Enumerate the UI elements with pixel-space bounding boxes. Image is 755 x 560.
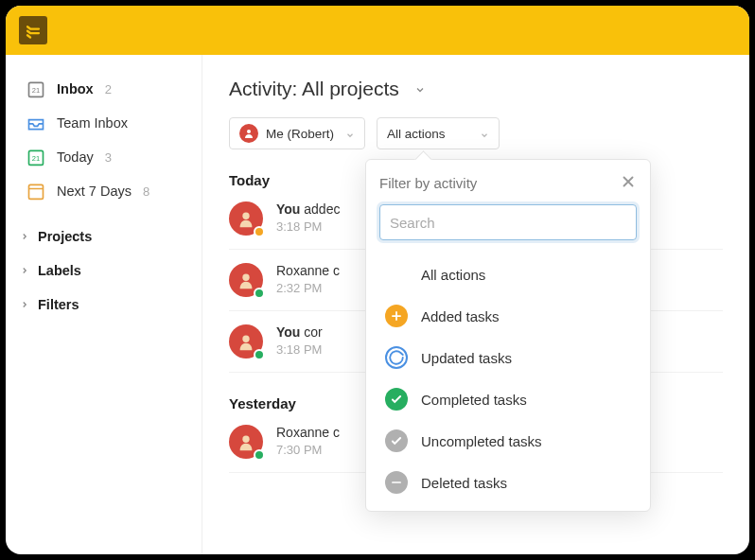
filter-option[interactable]: Deleted tasks xyxy=(379,462,637,503)
filter-option[interactable]: Completed tasks xyxy=(379,378,637,420)
status-badge-icon xyxy=(254,288,265,299)
filter-user-dropdown[interactable]: Me (Robert) xyxy=(229,117,365,149)
activity-text: Roxanne c xyxy=(276,425,340,440)
sidebar-section-labels[interactable]: Labels xyxy=(6,254,202,288)
sidebar-item-count: 3 xyxy=(105,150,112,165)
filter-option-label: All actions xyxy=(421,267,485,283)
filter-option[interactable]: All actions xyxy=(379,254,637,295)
page-title: Activity: All projects xyxy=(229,78,723,100)
activity-time: 2:32 PM xyxy=(276,281,340,295)
sidebar-item-label: Team Inbox xyxy=(57,115,128,131)
activity-time: 7:30 PM xyxy=(276,443,340,457)
inbox-icon: 21 xyxy=(26,79,45,98)
check-icon xyxy=(385,388,408,411)
avatar xyxy=(229,324,263,359)
sidebar-item-today[interactable]: 21 Today 3 xyxy=(6,140,202,174)
plus-icon xyxy=(385,305,408,327)
activity-body: You addec 3:18 PM xyxy=(276,201,340,234)
sidebar: 21 Inbox 2 Team Inbox 21 Today 3 Next 7 … xyxy=(6,55,202,554)
team-inbox-icon xyxy=(26,114,45,132)
avatar xyxy=(229,201,263,236)
filter-option-label: Deleted tasks xyxy=(421,475,507,491)
filter-action-label: All actions xyxy=(387,127,446,141)
filter-option-label: Updated tasks xyxy=(421,350,512,366)
svg-text:21: 21 xyxy=(32,86,40,95)
svg-point-13 xyxy=(242,436,249,443)
close-icon[interactable] xyxy=(620,173,637,193)
filter-user-label: Me (Robert) xyxy=(266,127,334,141)
sidebar-item-label: Inbox xyxy=(57,81,94,96)
activity-body: Roxanne c 7:30 PM xyxy=(276,425,340,457)
chevron-right-icon xyxy=(19,299,30,310)
activity-text: You addec xyxy=(276,201,340,217)
sidebar-item-label: Today xyxy=(57,149,94,165)
chevron-right-icon xyxy=(19,265,30,276)
filter-action-dropdown[interactable]: All actions xyxy=(377,117,500,149)
next7-icon xyxy=(26,182,45,201)
activity-body: Roxanne c 2:32 PM xyxy=(276,263,340,295)
svg-point-9 xyxy=(247,130,251,133)
filter-option-label: Added tasks xyxy=(421,308,500,324)
chevron-down-icon[interactable] xyxy=(414,78,426,100)
filters-row: Me (Robert) All actions xyxy=(229,117,723,149)
status-badge-icon xyxy=(254,349,265,360)
filter-option-label: Uncompleted tasks xyxy=(421,433,542,449)
app-logo-icon xyxy=(19,16,47,44)
svg-text:21: 21 xyxy=(32,154,40,163)
sidebar-item-count: 8 xyxy=(143,184,149,199)
refresh-icon xyxy=(385,346,408,369)
sidebar-item-inbox[interactable]: 21 Inbox 2 xyxy=(6,72,202,106)
sidebar-section-projects[interactable]: Projects xyxy=(6,219,202,254)
page-title-text: Activity: All projects xyxy=(229,78,399,100)
svg-point-11 xyxy=(242,274,249,281)
chevron-right-icon xyxy=(19,231,30,242)
activity-time: 3:18 PM xyxy=(276,342,323,357)
filter-popover: Filter by activity All actions Added tas… xyxy=(365,159,651,512)
popover-header: Filter by activity xyxy=(379,173,637,193)
sidebar-section-label: Filters xyxy=(38,297,79,312)
filter-option-label: Completed tasks xyxy=(421,392,527,408)
sidebar-item-count: 2 xyxy=(105,82,112,96)
avatar xyxy=(239,124,258,143)
sidebar-item-next7[interactable]: Next 7 Days 8 xyxy=(6,174,202,208)
chevron-down-icon xyxy=(480,129,489,138)
status-badge-icon xyxy=(254,449,265,461)
svg-rect-4 xyxy=(29,184,44,199)
activity-text: You cor xyxy=(276,324,323,340)
svg-point-10 xyxy=(242,213,249,219)
filter-option[interactable]: Added tasks xyxy=(379,295,637,337)
minus-icon xyxy=(385,471,408,494)
status-badge-icon xyxy=(254,226,265,237)
sidebar-section-label: Projects xyxy=(38,229,92,244)
search-input[interactable] xyxy=(379,204,637,240)
svg-point-12 xyxy=(242,336,249,342)
check-icon xyxy=(385,429,408,452)
titlebar xyxy=(6,6,749,55)
today-icon: 21 xyxy=(26,148,45,166)
sidebar-item-label: Next 7 Days xyxy=(57,184,132,199)
avatar xyxy=(229,425,263,459)
chevron-down-icon xyxy=(345,129,355,138)
activity-text: Roxanne c xyxy=(276,263,340,278)
app-window: 21 Inbox 2 Team Inbox 21 Today 3 Next 7 … xyxy=(6,6,749,554)
sidebar-section-label: Labels xyxy=(38,263,81,278)
filter-option[interactable]: Updated tasks xyxy=(379,337,637,378)
filter-option-list: All actions Added tasks Updated tasks Co… xyxy=(379,254,637,503)
app-body: 21 Inbox 2 Team Inbox 21 Today 3 Next 7 … xyxy=(6,55,749,554)
avatar xyxy=(229,263,263,297)
activity-body: You cor 3:18 PM xyxy=(276,324,323,357)
sidebar-section-filters[interactable]: Filters xyxy=(6,288,202,322)
popover-title: Filter by activity xyxy=(379,175,477,191)
activity-time: 3:18 PM xyxy=(276,219,340,234)
sidebar-item-team-inbox[interactable]: Team Inbox xyxy=(6,106,202,140)
filter-option[interactable]: Uncompleted tasks xyxy=(379,420,637,462)
